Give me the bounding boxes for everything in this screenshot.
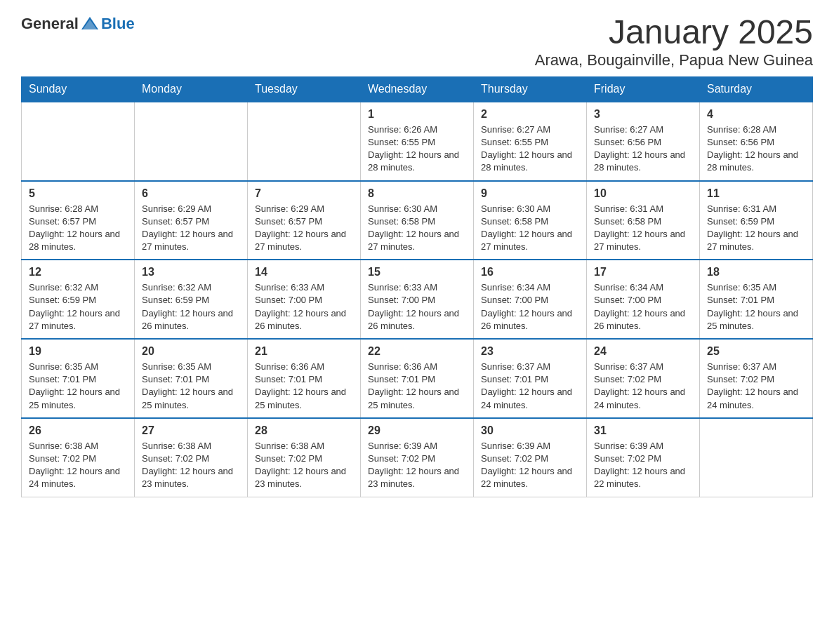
logo-general-text: General xyxy=(21,15,79,33)
calendar-day-11: 11Sunrise: 6:31 AMSunset: 6:59 PMDayligh… xyxy=(700,181,813,260)
calendar-day-29: 29Sunrise: 6:39 AMSunset: 7:02 PMDayligh… xyxy=(361,418,474,497)
day-info: Sunrise: 6:27 AMSunset: 6:56 PMDaylight:… xyxy=(594,123,692,175)
day-info: Sunrise: 6:28 AMSunset: 6:57 PMDaylight:… xyxy=(29,203,127,254)
calendar-day-18: 18Sunrise: 6:35 AMSunset: 7:01 PMDayligh… xyxy=(700,260,813,339)
day-number: 20 xyxy=(142,345,240,358)
month-title: January 2025 xyxy=(535,14,813,51)
day-number: 29 xyxy=(368,424,466,437)
calendar-day-26: 26Sunrise: 6:38 AMSunset: 7:02 PMDayligh… xyxy=(22,418,135,497)
calendar-day-12: 12Sunrise: 6:32 AMSunset: 6:59 PMDayligh… xyxy=(22,260,135,339)
day-info: Sunrise: 6:34 AMSunset: 7:00 PMDaylight:… xyxy=(481,281,579,333)
calendar-week-row: 1Sunrise: 6:26 AMSunset: 6:55 PMDaylight… xyxy=(22,102,813,181)
day-number: 22 xyxy=(368,345,466,358)
calendar-day-14: 14Sunrise: 6:33 AMSunset: 7:00 PMDayligh… xyxy=(248,260,361,339)
day-number: 17 xyxy=(594,266,692,279)
day-info: Sunrise: 6:35 AMSunset: 7:01 PMDaylight:… xyxy=(707,281,805,333)
calendar-day-16: 16Sunrise: 6:34 AMSunset: 7:00 PMDayligh… xyxy=(474,260,587,339)
day-number: 19 xyxy=(29,345,127,358)
calendar-table: SundayMondayTuesdayWednesdayThursdayFrid… xyxy=(21,76,813,497)
calendar-day-13: 13Sunrise: 6:32 AMSunset: 6:59 PMDayligh… xyxy=(135,260,248,339)
day-info: Sunrise: 6:38 AMSunset: 7:02 PMDaylight:… xyxy=(255,440,353,491)
calendar-day-8: 8Sunrise: 6:30 AMSunset: 6:58 PMDaylight… xyxy=(361,181,474,260)
calendar-day-19: 19Sunrise: 6:35 AMSunset: 7:01 PMDayligh… xyxy=(22,339,135,418)
title-section: January 2025 Arawa, Bougainville, Papua … xyxy=(535,14,813,69)
day-info: Sunrise: 6:33 AMSunset: 7:00 PMDaylight:… xyxy=(255,281,353,333)
day-number: 9 xyxy=(481,187,579,200)
day-info: Sunrise: 6:29 AMSunset: 6:57 PMDaylight:… xyxy=(255,203,353,254)
calendar-day-3: 3Sunrise: 6:27 AMSunset: 6:56 PMDaylight… xyxy=(587,102,700,181)
calendar-week-row: 5Sunrise: 6:28 AMSunset: 6:57 PMDaylight… xyxy=(22,181,813,260)
calendar-day-30: 30Sunrise: 6:39 AMSunset: 7:02 PMDayligh… xyxy=(474,418,587,497)
calendar-day-25: 25Sunrise: 6:37 AMSunset: 7:02 PMDayligh… xyxy=(700,339,813,418)
day-info: Sunrise: 6:26 AMSunset: 6:55 PMDaylight:… xyxy=(368,123,466,175)
day-number: 31 xyxy=(594,424,692,437)
day-info: Sunrise: 6:31 AMSunset: 6:58 PMDaylight:… xyxy=(594,203,692,254)
day-info: Sunrise: 6:30 AMSunset: 6:58 PMDaylight:… xyxy=(368,203,466,254)
day-info: Sunrise: 6:39 AMSunset: 7:02 PMDaylight:… xyxy=(594,440,692,491)
day-number: 23 xyxy=(481,345,579,358)
calendar-day-6: 6Sunrise: 6:29 AMSunset: 6:57 PMDaylight… xyxy=(135,181,248,260)
calendar-day-23: 23Sunrise: 6:37 AMSunset: 7:01 PMDayligh… xyxy=(474,339,587,418)
day-info: Sunrise: 6:37 AMSunset: 7:02 PMDaylight:… xyxy=(594,361,692,412)
day-number: 5 xyxy=(29,187,127,200)
day-info: Sunrise: 6:27 AMSunset: 6:55 PMDaylight:… xyxy=(481,123,579,175)
day-info: Sunrise: 6:33 AMSunset: 7:00 PMDaylight:… xyxy=(368,281,466,333)
day-number: 30 xyxy=(481,424,579,437)
day-number: 27 xyxy=(142,424,240,437)
calendar-day-22: 22Sunrise: 6:36 AMSunset: 7:01 PMDayligh… xyxy=(361,339,474,418)
day-number: 3 xyxy=(594,108,692,121)
day-info: Sunrise: 6:29 AMSunset: 6:57 PMDaylight:… xyxy=(142,203,240,254)
day-info: Sunrise: 6:36 AMSunset: 7:01 PMDaylight:… xyxy=(368,361,466,412)
day-info: Sunrise: 6:39 AMSunset: 7:02 PMDaylight:… xyxy=(368,440,466,491)
calendar-week-row: 12Sunrise: 6:32 AMSunset: 6:59 PMDayligh… xyxy=(22,260,813,339)
day-info: Sunrise: 6:34 AMSunset: 7:00 PMDaylight:… xyxy=(594,281,692,333)
day-info: Sunrise: 6:30 AMSunset: 6:58 PMDaylight:… xyxy=(481,203,579,254)
calendar-day-10: 10Sunrise: 6:31 AMSunset: 6:58 PMDayligh… xyxy=(587,181,700,260)
day-header-saturday: Saturday xyxy=(700,76,813,102)
calendar-day-24: 24Sunrise: 6:37 AMSunset: 7:02 PMDayligh… xyxy=(587,339,700,418)
calendar-day-20: 20Sunrise: 6:35 AMSunset: 7:01 PMDayligh… xyxy=(135,339,248,418)
day-header-thursday: Thursday xyxy=(474,76,587,102)
day-number: 14 xyxy=(255,266,353,279)
day-info: Sunrise: 6:39 AMSunset: 7:02 PMDaylight:… xyxy=(481,440,579,491)
day-info: Sunrise: 6:32 AMSunset: 6:59 PMDaylight:… xyxy=(142,281,240,333)
day-number: 6 xyxy=(142,187,240,200)
day-info: Sunrise: 6:37 AMSunset: 7:02 PMDaylight:… xyxy=(707,361,805,412)
day-number: 18 xyxy=(707,266,805,279)
calendar-day-empty xyxy=(22,102,135,181)
day-info: Sunrise: 6:35 AMSunset: 7:01 PMDaylight:… xyxy=(142,361,240,412)
day-number: 12 xyxy=(29,266,127,279)
calendar-week-row: 26Sunrise: 6:38 AMSunset: 7:02 PMDayligh… xyxy=(22,418,813,497)
day-header-tuesday: Tuesday xyxy=(248,76,361,102)
day-header-friday: Friday xyxy=(587,76,700,102)
day-number: 2 xyxy=(481,108,579,121)
day-number: 28 xyxy=(255,424,353,437)
calendar-header-row: SundayMondayTuesdayWednesdayThursdayFrid… xyxy=(22,76,813,102)
day-info: Sunrise: 6:38 AMSunset: 7:02 PMDaylight:… xyxy=(29,440,127,491)
calendar-day-31: 31Sunrise: 6:39 AMSunset: 7:02 PMDayligh… xyxy=(587,418,700,497)
day-number: 24 xyxy=(594,345,692,358)
day-number: 26 xyxy=(29,424,127,437)
calendar-day-1: 1Sunrise: 6:26 AMSunset: 6:55 PMDaylight… xyxy=(361,102,474,181)
day-number: 16 xyxy=(481,266,579,279)
logo-blue-text: Blue xyxy=(101,15,135,33)
day-header-sunday: Sunday xyxy=(22,76,135,102)
calendar-day-4: 4Sunrise: 6:28 AMSunset: 6:56 PMDaylight… xyxy=(700,102,813,181)
day-number: 8 xyxy=(368,187,466,200)
day-info: Sunrise: 6:28 AMSunset: 6:56 PMDaylight:… xyxy=(707,123,805,175)
day-number: 21 xyxy=(255,345,353,358)
day-info: Sunrise: 6:38 AMSunset: 7:02 PMDaylight:… xyxy=(142,440,240,491)
day-info: Sunrise: 6:36 AMSunset: 7:01 PMDaylight:… xyxy=(255,361,353,412)
day-number: 10 xyxy=(594,187,692,200)
day-info: Sunrise: 6:31 AMSunset: 6:59 PMDaylight:… xyxy=(707,203,805,254)
location-title: Arawa, Bougainville, Papua New Guinea xyxy=(535,51,813,69)
calendar-day-9: 9Sunrise: 6:30 AMSunset: 6:58 PMDaylight… xyxy=(474,181,587,260)
calendar-day-empty xyxy=(248,102,361,181)
logo-icon xyxy=(80,14,100,34)
calendar-day-15: 15Sunrise: 6:33 AMSunset: 7:00 PMDayligh… xyxy=(361,260,474,339)
day-info: Sunrise: 6:35 AMSunset: 7:01 PMDaylight:… xyxy=(29,361,127,412)
calendar-day-7: 7Sunrise: 6:29 AMSunset: 6:57 PMDaylight… xyxy=(248,181,361,260)
day-number: 1 xyxy=(368,108,466,121)
day-number: 4 xyxy=(707,108,805,121)
calendar-day-17: 17Sunrise: 6:34 AMSunset: 7:00 PMDayligh… xyxy=(587,260,700,339)
